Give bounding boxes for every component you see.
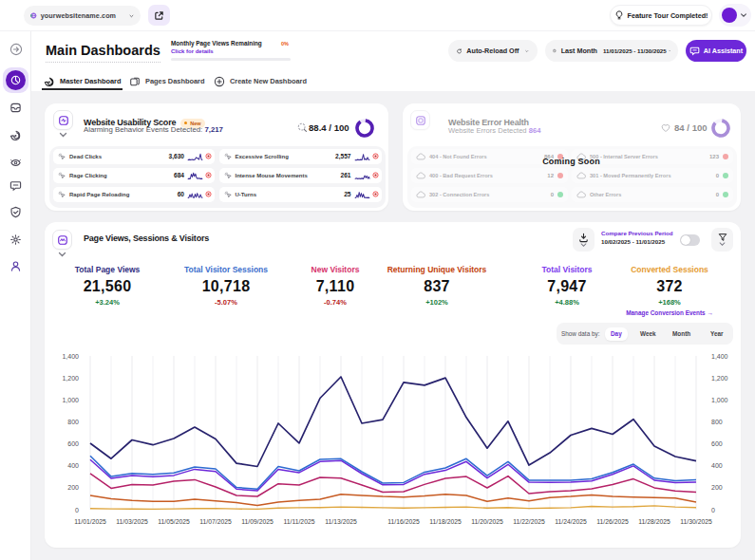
svg-text:1,000: 1,000	[711, 397, 728, 403]
svg-text:11/24/2025: 11/24/2025	[555, 518, 587, 525]
svg-text:1,200: 1,200	[711, 375, 728, 382]
svg-text:0: 0	[75, 507, 79, 513]
svg-text:11/07/2025: 11/07/2025	[199, 518, 232, 525]
svg-text:11/01/2025: 11/01/2025	[74, 518, 106, 525]
svg-text:800: 800	[711, 419, 723, 425]
svg-text:11/16/2025: 11/16/2025	[387, 518, 420, 525]
svg-text:1,400: 1,400	[711, 353, 728, 360]
svg-text:11/30/2025: 11/30/2025	[680, 518, 712, 525]
svg-text:1,400: 1,400	[62, 353, 79, 360]
svg-text:11/13/2025: 11/13/2025	[325, 518, 357, 525]
svg-text:200: 200	[67, 484, 79, 491]
svg-text:11/20/2025: 11/20/2025	[471, 518, 503, 525]
svg-text:11/18/2025: 11/18/2025	[429, 518, 462, 525]
svg-text:400: 400	[67, 462, 79, 469]
svg-text:11/03/2025: 11/03/2025	[116, 518, 148, 525]
svg-text:400: 400	[711, 462, 723, 469]
svg-text:0: 0	[711, 507, 715, 513]
svg-text:600: 600	[711, 440, 723, 447]
svg-text:600: 600	[67, 440, 79, 447]
svg-text:800: 800	[67, 419, 79, 425]
svg-text:11/22/2025: 11/22/2025	[513, 518, 545, 525]
svg-text:1,200: 1,200	[62, 375, 79, 382]
svg-text:11/26/2025: 11/26/2025	[596, 518, 629, 525]
svg-text:11/09/2025: 11/09/2025	[241, 518, 274, 525]
svg-text:200: 200	[711, 484, 723, 491]
svg-text:11/05/2025: 11/05/2025	[158, 518, 190, 525]
svg-text:1,000: 1,000	[62, 397, 79, 403]
svg-text:11/11/2025: 11/11/2025	[283, 518, 314, 525]
svg-text:11/28/2025: 11/28/2025	[638, 518, 670, 525]
